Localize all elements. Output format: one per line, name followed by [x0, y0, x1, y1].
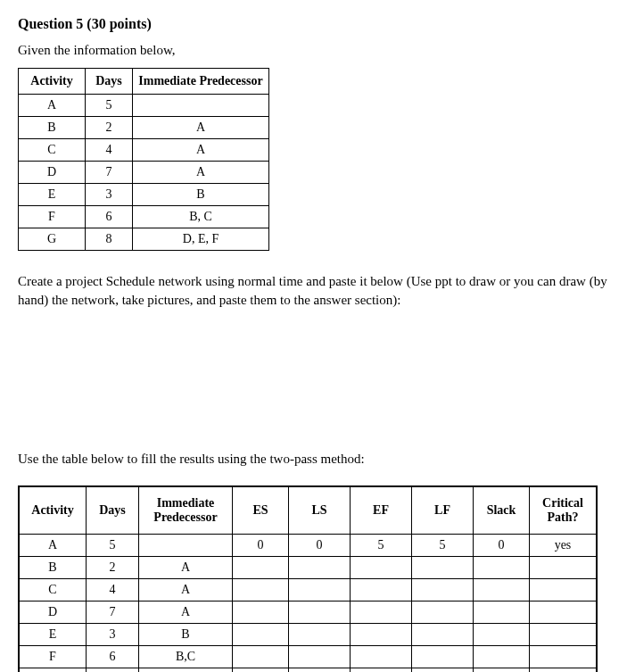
table-cell	[474, 579, 530, 601]
table-cell: 5	[351, 535, 412, 557]
table-cell	[233, 624, 289, 646]
table-cell	[233, 646, 289, 668]
table-cell	[530, 668, 598, 673]
table-row: E3B	[19, 184, 269, 206]
table-cell: 6	[87, 646, 139, 668]
table-cell	[289, 624, 351, 646]
table-header-row: Activity Days Immediate Predecessor	[19, 69, 269, 95]
table-cell	[351, 668, 412, 673]
col-activity: Activity	[19, 69, 86, 95]
answer-space	[18, 318, 609, 443]
table-cell: F	[19, 646, 87, 668]
table-cell	[412, 668, 474, 673]
table-cell: A	[133, 139, 269, 162]
table-cell: A	[19, 535, 87, 557]
table-row: B2A	[19, 117, 269, 139]
table-cell: A	[139, 579, 233, 601]
table-cell: 5	[86, 95, 133, 117]
activity-table: Activity Days Immediate Predecessor A5B2…	[18, 68, 269, 251]
table-cell	[233, 579, 289, 601]
table-cell: A	[133, 117, 269, 139]
table-cell: D,E,F	[139, 668, 233, 673]
table-cell: B	[19, 557, 87, 579]
table-row: G8D,E,F	[19, 668, 597, 673]
table-cell: A	[139, 601, 233, 624]
table-cell	[474, 668, 530, 673]
table-cell: B,C	[139, 646, 233, 668]
table-cell	[289, 579, 351, 601]
question-title: Question 5 (30 points)	[18, 16, 609, 32]
table-cell	[412, 624, 474, 646]
table1-body: A5B2AC4AD7AE3BF6B, CG8D, E, F	[19, 95, 269, 251]
table-cell	[139, 535, 233, 557]
table-header-row: Activity Days Immediate Predecessor ES L…	[19, 486, 597, 535]
table-cell: 3	[86, 184, 133, 206]
table-cell	[412, 646, 474, 668]
table-cell	[289, 668, 351, 673]
table-row: C4A	[19, 139, 269, 162]
table-cell: C	[19, 139, 86, 162]
table-cell	[351, 579, 412, 601]
table-cell	[289, 646, 351, 668]
table-cell: E	[19, 624, 87, 646]
table-cell: G	[19, 668, 87, 673]
table-cell: 0	[289, 535, 351, 557]
instruction-twopass: Use the table below to fill the results …	[18, 450, 609, 468]
table-cell	[233, 557, 289, 579]
table-cell	[351, 624, 412, 646]
table-cell	[474, 646, 530, 668]
table-row: A500550yes	[19, 535, 597, 557]
table-cell	[474, 601, 530, 624]
table-cell: 5	[87, 535, 139, 557]
col-ls: LS	[289, 486, 351, 535]
table2-body: A500550yesB2AC4AD7AE3BF6B,CG8D,E,F	[19, 535, 597, 673]
intro-text: Given the information below,	[18, 41, 609, 59]
table-row: B2A	[19, 557, 597, 579]
table-cell: 2	[86, 117, 133, 139]
table-row: F6B, C	[19, 206, 269, 228]
col-ef: EF	[351, 486, 412, 535]
table-cell: yes	[530, 535, 598, 557]
table-cell	[412, 579, 474, 601]
table-cell	[233, 668, 289, 673]
table-cell: E	[19, 184, 86, 206]
table-row: D7A	[19, 601, 597, 624]
table-cell	[530, 646, 598, 668]
col-lf: LF	[412, 486, 474, 535]
col-days: Days	[87, 486, 139, 535]
table-cell	[474, 624, 530, 646]
col-critical: Critical Path?	[530, 486, 598, 535]
table-cell	[530, 601, 598, 624]
table-cell: A	[139, 557, 233, 579]
table-cell: 4	[87, 579, 139, 601]
table-cell	[530, 557, 598, 579]
table-cell	[289, 601, 351, 624]
table-cell: 4	[86, 139, 133, 162]
table-cell: B	[139, 624, 233, 646]
table-cell: A	[133, 162, 269, 184]
col-es: ES	[233, 486, 289, 535]
table-cell: G	[19, 228, 86, 251]
table-cell: 3	[87, 624, 139, 646]
table-cell: D, E, F	[133, 228, 269, 251]
table-cell	[412, 601, 474, 624]
table-cell: 7	[87, 601, 139, 624]
instruction-network: Create a project Schedule network using …	[18, 272, 609, 309]
table-cell: A	[19, 95, 86, 117]
table-cell: 0	[474, 535, 530, 557]
table-cell: 7	[86, 162, 133, 184]
table-cell	[530, 579, 598, 601]
table-cell: D	[19, 162, 86, 184]
col-days: Days	[86, 69, 133, 95]
table-cell	[289, 557, 351, 579]
table-cell	[412, 557, 474, 579]
table-cell: F	[19, 206, 86, 228]
table-cell	[351, 557, 412, 579]
col-activity: Activity	[19, 486, 87, 535]
table-cell: 8	[86, 228, 133, 251]
table-cell: 6	[86, 206, 133, 228]
table-cell	[351, 601, 412, 624]
table-row: D7A	[19, 162, 269, 184]
table-cell	[233, 601, 289, 624]
table-cell: 5	[412, 535, 474, 557]
